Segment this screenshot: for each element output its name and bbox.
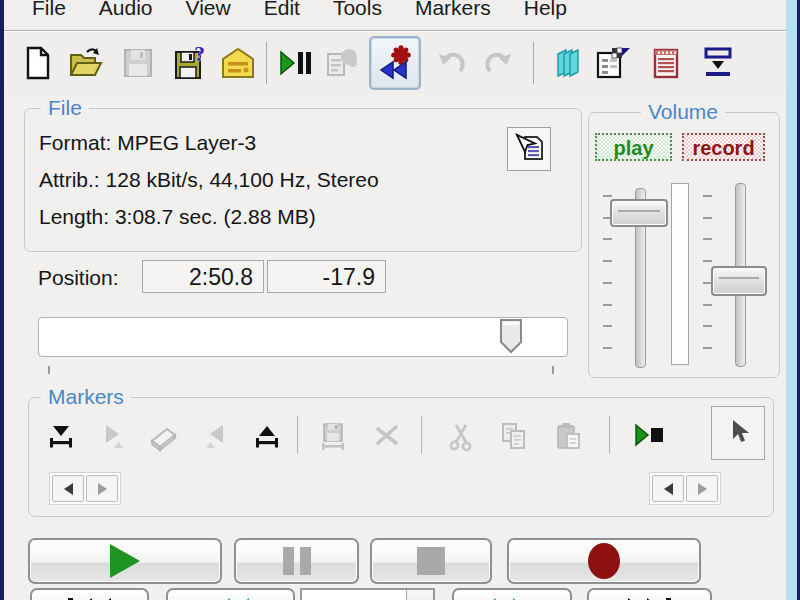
file-info-cursor-icon (511, 131, 547, 167)
play-selection-button[interactable] (631, 418, 667, 454)
redo-button (479, 41, 519, 85)
markers-separator (421, 416, 422, 454)
save-floppy-icon-disabled (121, 46, 155, 80)
nudge-right-button[interactable] (86, 475, 118, 502)
undo-icon-disabled (433, 46, 469, 80)
markers-group-legend: Markers (41, 385, 131, 409)
menu-view[interactable]: View (186, 0, 231, 22)
play-volume-slider-thumb[interactable] (610, 199, 668, 227)
pause-icon (283, 547, 294, 575)
cursor-mode-button[interactable] (711, 406, 765, 460)
markers-groupbox: Markers (28, 397, 774, 517)
volume-group-legend: Volume (641, 100, 725, 124)
nudge-left-button[interactable] (52, 475, 84, 502)
speed-combo[interactable] (300, 588, 435, 600)
save-selection-button (315, 418, 351, 454)
right-nudge-spinner (649, 472, 721, 505)
cut-button (443, 418, 479, 454)
window-border-right (786, 0, 797, 600)
open-file-button[interactable] (66, 41, 106, 85)
dock-bottom-icon (700, 45, 736, 81)
position-level-field[interactable]: -17.9 (267, 260, 386, 293)
file-group-legend: File (41, 96, 89, 120)
markers-separator (609, 416, 610, 454)
undo-button (431, 41, 471, 85)
paste-button (551, 418, 587, 454)
record-icon (588, 543, 620, 579)
record-volume-label: record (682, 133, 765, 161)
open-folder-icon (67, 45, 105, 81)
fast-forward-button[interactable] (452, 588, 572, 600)
record-volume-slider-thumb[interactable] (711, 266, 767, 296)
play-to-end-icon (632, 421, 666, 451)
menu-tools[interactable]: Tools (333, 0, 382, 22)
save-as-floppy-question-icon: ? (172, 44, 208, 82)
position-time-field[interactable]: 2:50.8 (142, 260, 264, 293)
menu-bar: File Audio View Edit Tools Markers Help (4, 0, 786, 31)
left-triangle-icon (64, 483, 73, 495)
file-attrib-line: Attrib.: 128 kBit/s, 44,100 Hz, Stereo (39, 168, 379, 192)
eraser-icon-disabled (147, 420, 181, 452)
red-notepad-icon (649, 44, 683, 82)
skip-to-start-button[interactable] (30, 588, 149, 600)
menu-audio[interactable]: Audio (99, 0, 153, 22)
right-triangle-icon (98, 483, 107, 495)
batch-envelope-icon (219, 45, 257, 81)
paste-icon-disabled (552, 420, 586, 452)
prev-marker-icon-disabled (200, 420, 232, 452)
record-button[interactable] (507, 538, 701, 584)
marker-drop-icon (45, 420, 77, 452)
vu-meter-button[interactable] (548, 41, 588, 85)
id3-notepad-button[interactable] (646, 41, 686, 85)
skip-to-end-button[interactable] (587, 588, 712, 600)
menu-file[interactable]: File (32, 0, 66, 22)
main-toolbar: ? (4, 31, 786, 95)
batch-list-button[interactable] (218, 41, 258, 85)
new-file-button[interactable] (18, 41, 58, 85)
next-marker-icon-disabled (97, 420, 129, 452)
record-rewind-button[interactable] (369, 36, 421, 90)
left-nudge-spinner (49, 472, 121, 505)
menu-markers[interactable]: Markers (415, 0, 491, 22)
menu-help[interactable]: Help (524, 0, 567, 22)
cyan-layers-icon (552, 45, 584, 81)
file-info-button[interactable] (507, 127, 551, 171)
slider-end-tick (48, 366, 50, 374)
nudge-right-button[interactable] (686, 475, 718, 502)
settings-properties-icon (592, 44, 632, 82)
play-pause-button[interactable] (275, 41, 315, 85)
save-file-button (118, 41, 158, 85)
delete-x-icon-disabled (371, 420, 403, 452)
combo-dropdown-button[interactable] (406, 590, 433, 600)
play-button[interactable] (28, 538, 222, 584)
stop-button[interactable] (370, 538, 492, 584)
erase-marker-button (146, 418, 182, 454)
copy-button (496, 418, 532, 454)
play-pause-icon (277, 46, 313, 80)
file-format-line: Format: MPEG Layer-3 (39, 131, 256, 155)
svg-text:?: ? (194, 44, 205, 66)
add-marker-button[interactable] (43, 418, 79, 454)
nudge-left-button[interactable] (652, 475, 684, 502)
settings-button[interactable] (592, 41, 632, 85)
scissors-icon-disabled (445, 420, 477, 452)
new-document-icon (20, 45, 56, 81)
rewind-button[interactable] (166, 588, 295, 600)
save-as-button[interactable]: ? (170, 41, 210, 85)
pause-icon (300, 547, 311, 575)
pause-button[interactable] (234, 538, 359, 584)
position-label: Position: (38, 266, 119, 290)
delete-selection-button (369, 418, 405, 454)
position-slider-thumb[interactable] (498, 318, 524, 359)
pop-marker-button[interactable] (249, 418, 285, 454)
dock-layout-button[interactable] (698, 41, 738, 85)
position-slider-track[interactable] (38, 317, 568, 357)
volume-groupbox: Volume play record (588, 112, 780, 378)
next-marker-button (95, 418, 131, 454)
file-length-line: Length: 3:08.7 sec. (2.88 MB) (39, 205, 316, 229)
redo-icon-disabled (481, 46, 517, 80)
stop-icon (417, 547, 445, 575)
document-stamp-icon-disabled (322, 45, 360, 81)
file-properties-button (321, 41, 361, 85)
menu-edit[interactable]: Edit (264, 0, 300, 22)
